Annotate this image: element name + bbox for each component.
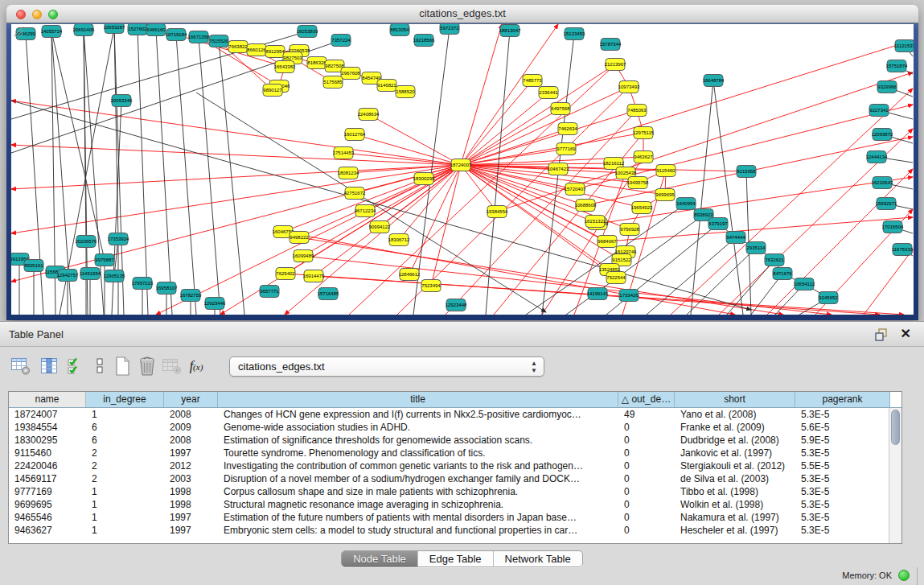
network-node[interactable]: 17957223 — [132, 278, 154, 290]
network-node[interactable]: 1588520 — [396, 86, 415, 98]
network-node[interactable]: 10719184 — [166, 29, 187, 41]
network-node[interactable]: 15751874 — [886, 60, 908, 72]
network-node[interactable]: 2935114 — [746, 242, 766, 254]
tab-node-table[interactable]: Node Table — [342, 551, 418, 566]
network-node[interactable]: 2967608 — [341, 68, 360, 80]
network-node[interactable]: 9329966 — [877, 81, 897, 93]
network-node[interactable]: 12923448 — [446, 299, 467, 311]
network-node[interactable]: 17353924 — [108, 233, 129, 245]
network-node[interactable]: 20691406 — [73, 24, 95, 36]
network-node[interactable]: 7632621 — [765, 254, 784, 266]
network-node[interactable]: 5972372 — [440, 24, 459, 35]
network-node[interactable]: 12093872 — [872, 129, 893, 141]
network-node[interactable]: 16012764 — [344, 129, 366, 141]
network-node[interactable]: 11451954 — [80, 268, 101, 280]
network-node[interactable]: 10467423 — [548, 163, 569, 175]
table-row[interactable]: 977716911998Corpus callosum shape and si… — [9, 485, 889, 498]
network-node[interactable]: 14196141 — [587, 288, 609, 300]
network-node[interactable]: 21213967 — [605, 59, 626, 71]
network-node[interactable]: 18081234 — [338, 167, 359, 179]
network-node[interactable]: 20053346 — [111, 95, 133, 107]
delete-table-icon[interactable] — [161, 355, 183, 377]
network-node[interactable]: 16099489 — [293, 250, 314, 262]
network-node[interactable]: 15716485 — [318, 288, 339, 300]
table-settings-icon[interactable] — [10, 355, 32, 377]
network-node[interactable]: 15123459 — [564, 28, 585, 40]
network-node[interactable]: 12905135 — [104, 270, 125, 282]
network-node[interactable]: 8660126 — [247, 44, 266, 56]
network-node[interactable]: 9684067 — [598, 236, 617, 248]
network-node[interactable]: 9474444 — [726, 232, 745, 244]
table-row[interactable]: 2242004622012Investigating the contribut… — [9, 459, 889, 472]
network-node[interactable]: 16543382 — [274, 61, 296, 73]
column-header-title[interactable]: title — [218, 392, 618, 407]
network-node[interactable]: 9777169 — [556, 143, 576, 155]
network-node[interactable]: 22408634 — [358, 109, 380, 121]
network-node[interactable]: 8813054 — [390, 24, 409, 36]
network-node[interactable]: 9115460 — [656, 165, 676, 177]
column-header-in_degree[interactable]: in_degree — [86, 392, 164, 407]
scrollbar-thumb[interactable] — [891, 410, 900, 445]
network-node[interactable]: 18813047 — [499, 25, 521, 37]
network-node[interactable]: 18300295 — [413, 173, 435, 185]
tab-edge-table[interactable]: Edge Table — [418, 551, 494, 566]
network-node[interactable]: 16648784 — [703, 75, 725, 87]
network-node[interactable]: 7462634 — [558, 123, 577, 135]
network-node[interactable]: 7522544 — [606, 272, 626, 284]
network-node[interactable]: 12444134 — [866, 151, 888, 163]
function-builder-icon[interactable]: f(x) — [185, 355, 207, 377]
table-row[interactable]: 911546021997Tourette syndrome. Phenomeno… — [9, 447, 889, 459]
table-row[interactable]: 1872400712008Changes of HCN gene express… — [9, 408, 889, 421]
network-node[interactable]: 11121537 — [894, 40, 914, 52]
network-node[interactable]: 9498222 — [290, 232, 309, 244]
network-node[interactable]: 9756928 — [620, 224, 639, 236]
network-node[interactable]: 9463627 — [634, 151, 653, 163]
network-node[interactable]: 16210643 — [872, 177, 893, 189]
network-node[interactable]: 9146821 — [377, 80, 396, 92]
network-node[interactable]: 19218566 — [413, 35, 435, 47]
network-node[interactable]: 9975887 — [95, 254, 114, 266]
window-titlebar[interactable]: citations_edges.txt — [6, 5, 918, 23]
network-node[interactable]: 16958107 — [156, 282, 178, 295]
table-row[interactable]: 1830029562008Estimation of significance … — [9, 434, 889, 447]
network-node[interactable]: 9657771 — [260, 286, 279, 298]
network-node[interactable]: 2336441 — [539, 87, 558, 99]
network-node[interactable]: 8912954 — [265, 46, 285, 58]
network-node[interactable]: 46712234 — [355, 205, 376, 217]
network-node[interactable]: 7357224 — [331, 35, 351, 47]
table-row[interactable]: 1456911722003Disruption of a novel membe… — [9, 472, 889, 485]
network-node[interactable]: 9890127 — [263, 84, 282, 97]
network-node[interactable]: 6466160 — [146, 24, 166, 36]
tab-network-table[interactable]: Network Table — [494, 551, 582, 566]
network-node[interactable]: 9245652 — [819, 292, 838, 304]
row-height-icon[interactable] — [88, 355, 111, 377]
network-node[interactable]: 1640954 — [676, 198, 696, 210]
network-node[interactable]: 11675333 — [892, 244, 914, 256]
network-node[interactable]: 16151322 — [585, 216, 606, 228]
delete-column-icon[interactable] — [136, 355, 158, 377]
column-visibility-icon[interactable] — [38, 355, 60, 377]
network-node[interactable]: 12923446 — [204, 298, 226, 310]
network-node[interactable]: 20206576 — [76, 236, 97, 248]
vertical-scrollbar[interactable] — [889, 408, 901, 543]
network-node[interactable]: 8215958 — [737, 166, 756, 178]
new-table-icon[interactable] — [111, 355, 133, 377]
network-node[interactable]: 8471676 — [773, 268, 792, 280]
network-node[interactable]: 8505161 — [24, 260, 43, 272]
column-header-out_de[interactable]: △ out_de… — [618, 392, 675, 407]
network-node[interactable]: 14055724 — [41, 26, 63, 38]
network-node[interactable]: 1733426 — [619, 290, 639, 302]
network-canvas[interactable]: 9546299140557242069140610653287152760264… — [11, 24, 914, 315]
float-panel-icon[interactable] — [874, 328, 889, 342]
table-selector-dropdown[interactable]: citations_edges.txt ▲▼ — [229, 356, 544, 377]
network-node[interactable]: 10973493 — [618, 81, 640, 93]
network-node[interactable]: 19495758 — [627, 177, 649, 189]
network-node[interactable]: 5175685 — [323, 76, 343, 89]
network-node[interactable]: 18306712 — [388, 234, 410, 246]
network-node[interactable]: 1527602 — [128, 24, 147, 35]
network-node[interactable]: 10653287 — [104, 24, 125, 34]
network-node[interactable]: 7485063 — [627, 105, 647, 117]
network-node[interactable]: 9699695 — [655, 189, 675, 201]
network-node[interactable]: 12942757 — [57, 270, 79, 282]
network-node[interactable]: 7663822 — [228, 41, 248, 53]
